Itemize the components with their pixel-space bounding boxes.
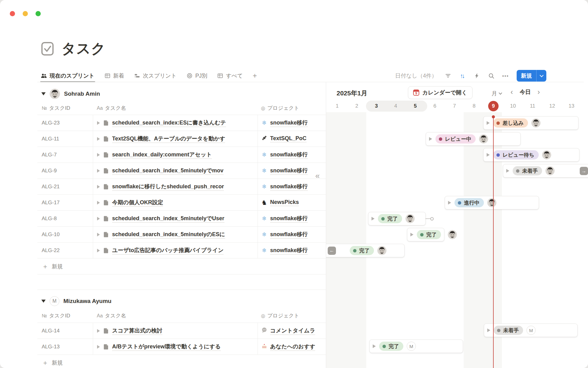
tab-new[interactable]: 新着 (104, 69, 124, 82)
task-name-link[interactable]: A/Bテストがpreview環境で動くようにする (112, 343, 221, 351)
task-name-link[interactable]: 今期の個人OKR設定 (112, 199, 163, 207)
timeline-bar-alg22[interactable]: ← 完了 (326, 244, 405, 257)
project-cell[interactable]: ❄snowflake移行 (258, 211, 326, 226)
timeline-bar-alg10[interactable]: 完了 (407, 228, 444, 241)
prev-month-icon[interactable]: ‹ (511, 88, 513, 96)
project-cell[interactable]: あなたへのおすす (258, 339, 326, 355)
filter-icon[interactable] (445, 72, 451, 79)
expand-toggle-icon[interactable] (97, 345, 100, 349)
table-row[interactable]: ALG-11 Text2SQL機能、Aテーブルのデータを動かす TextSQL_… (37, 131, 326, 147)
project-link[interactable]: snowflake移行 (270, 119, 308, 127)
column-task-id[interactable]: №タスクID (37, 105, 93, 112)
task-name-cell[interactable]: Text2SQL機能、Aテーブルのデータを動かす (93, 131, 258, 147)
task-name-cell[interactable]: スコア算出式の検討 (93, 323, 258, 339)
task-id-cell[interactable]: ALG-11 (37, 131, 93, 147)
expand-toggle-icon[interactable] (97, 217, 100, 220)
task-id-cell[interactable]: ALG-10 (37, 227, 93, 242)
scroll-right-indicator-button[interactable]: → (580, 167, 588, 175)
project-link[interactable]: snowflake移行 (270, 247, 308, 255)
next-month-icon[interactable]: › (537, 88, 540, 96)
date-cell[interactable]: 10 (503, 103, 523, 109)
timeline-bar-alg14[interactable]: 未着手 M (484, 324, 578, 337)
expand-toggle-icon[interactable] (373, 344, 376, 348)
column-project[interactable]: ◎プロジェクト (258, 105, 326, 112)
project-link[interactable]: snowflake移行 (270, 215, 308, 223)
table-row[interactable]: ALG-10 scheduled_search_index_5minutelyの… (37, 227, 326, 243)
task-name-link[interactable]: scheduled_search_index:ESに書き込んむテ (112, 119, 226, 127)
collapse-group-icon[interactable] (41, 92, 46, 95)
table-row[interactable]: ALG-22 ユーザto広告記事のバッチ推薦パイプライン ❄snowflake移… (37, 243, 326, 259)
table-row[interactable]: ALG-13 A/Bテストがpreview環境で動くようにする あなたへのおすす (37, 339, 326, 355)
table-row[interactable]: ALG-23 scheduled_search_index:ESに書き込んむテ … (37, 115, 326, 131)
task-name-cell[interactable]: scheduled_search_index_5minutelyでUser (93, 211, 258, 226)
today-button[interactable]: 今日 (520, 88, 531, 96)
expand-toggle-icon[interactable] (97, 185, 100, 189)
expand-toggle-icon[interactable] (97, 137, 100, 141)
timeline-bar-alg23[interactable]: 差し込み (483, 116, 579, 130)
project-cell[interactable]: コメントタイムラ (258, 323, 326, 339)
date-cell[interactable]: 5 (405, 103, 425, 109)
project-link[interactable]: NewsPicks (270, 199, 299, 206)
date-cell[interactable]: 4 (386, 103, 405, 109)
task-id-cell[interactable]: ALG-17 (37, 195, 93, 210)
task-id-cell[interactable]: ALG-13 (37, 339, 93, 355)
expand-toggle-icon[interactable] (487, 121, 490, 125)
expand-toggle-icon[interactable] (97, 233, 100, 236)
date-cell[interactable]: 8 (464, 103, 484, 109)
date-cell[interactable]: 12 (542, 103, 562, 109)
timeline-bar-alg13[interactable]: 完了 M (369, 339, 463, 353)
column-task-name[interactable]: Aaタスク名 (93, 312, 258, 319)
date-cell[interactable]: 7 (445, 103, 464, 109)
task-id-cell[interactable]: ALG-7 (37, 147, 93, 163)
date-filter-chip[interactable]: 日付なし（4件） (395, 72, 437, 79)
date-cell[interactable]: 14 (581, 103, 588, 109)
expand-toggle-icon[interactable] (97, 329, 100, 333)
expand-toggle-icon[interactable] (97, 249, 100, 252)
date-cell[interactable]: 6 (425, 103, 445, 109)
date-cell[interactable]: 11 (523, 103, 542, 109)
automation-bolt-icon[interactable] (473, 72, 480, 79)
expand-toggle-icon[interactable] (506, 169, 509, 173)
task-name-link[interactable]: scheduled_search_index_5minutelyのESに (112, 231, 225, 239)
project-cell[interactable]: ❄snowflake移行 (258, 179, 326, 194)
project-link[interactable]: snowflake移行 (270, 231, 308, 239)
table-row[interactable]: ALG-21 snowflakeに移行したsheduled_push_recor… (37, 179, 326, 195)
project-cell[interactable]: ❄snowflake移行 (258, 227, 326, 242)
expand-toggle-icon[interactable] (429, 137, 432, 141)
expand-toggle-icon[interactable] (487, 328, 490, 332)
close-window-button[interactable] (10, 11, 15, 16)
timeline-scale-dropdown[interactable]: 月 (492, 90, 502, 97)
project-cell[interactable]: ❄snowflake移行 (258, 115, 326, 131)
task-id-cell[interactable]: ALG-9 (37, 163, 93, 178)
task-name-cell[interactable]: scheduled_search_index_5minutelyのESに (93, 227, 258, 242)
task-id-cell[interactable]: ALG-22 (37, 243, 93, 258)
project-link[interactable]: あなたへのおすす (270, 343, 315, 351)
project-cell[interactable]: TextSQL_PoC (258, 131, 326, 147)
tab-next-sprint[interactable]: 次スプリント (134, 69, 177, 82)
checkbox-page-icon[interactable] (40, 41, 55, 56)
tab-by-project[interactable]: PJ別 (187, 69, 207, 82)
project-link[interactable]: コメントタイムラ (270, 327, 315, 335)
table-row[interactable]: ALG-14 スコア算出式の検討 コメントタイムラ (37, 323, 326, 339)
add-new-row-button[interactable]: ＋ 新規 (37, 259, 326, 274)
expand-toggle-icon[interactable] (410, 233, 413, 236)
expand-toggle-icon[interactable] (97, 121, 100, 125)
expand-toggle-icon[interactable] (97, 201, 100, 205)
expand-toggle-icon[interactable] (448, 201, 451, 205)
tab-all[interactable]: すべて (217, 69, 243, 82)
sort-icon[interactable]: ↑↓ (459, 72, 466, 79)
task-name-link[interactable]: ユーザto広告記事のバッチ推薦パイプライン (112, 247, 224, 255)
date-cell-today[interactable]: 9 (488, 101, 499, 111)
collapse-group-icon[interactable] (41, 300, 46, 303)
project-cell[interactable]: ❄snowflake移行 (258, 147, 326, 163)
zoom-window-button[interactable] (36, 11, 41, 16)
expand-toggle-icon[interactable] (487, 153, 490, 157)
task-id-cell[interactable]: ALG-8 (37, 211, 93, 226)
date-cell[interactable]: 1 (327, 103, 347, 109)
dependency-connector[interactable] (425, 218, 431, 219)
timeline-bar-alg17[interactable]: 進行中 (445, 196, 539, 209)
table-row[interactable]: ALG-17 今期の個人OKR設定 ♞NewsPicks (37, 195, 326, 211)
group-header-sohrab[interactable]: Sohrab Amin (37, 86, 326, 101)
date-cell[interactable]: 3 (367, 103, 386, 109)
more-options-icon[interactable]: ••• (502, 72, 509, 79)
